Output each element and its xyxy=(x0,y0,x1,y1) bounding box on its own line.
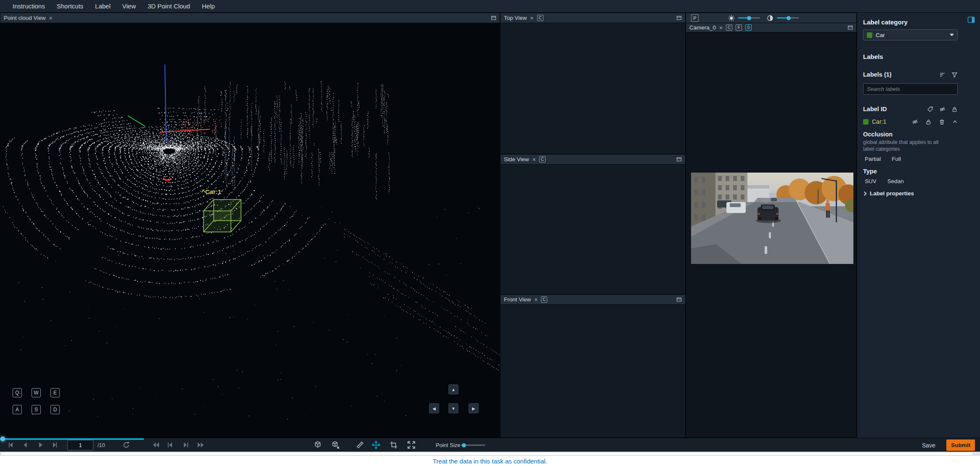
crop-icon[interactable] xyxy=(389,441,398,449)
filter-icon[interactable] xyxy=(951,72,958,78)
submit-button[interactable]: Submit xyxy=(946,439,975,451)
label-properties-label: Label properties xyxy=(870,190,914,197)
close-icon[interactable]: × xyxy=(719,25,723,31)
type-option-sedan[interactable]: Sedan xyxy=(887,178,904,184)
key-s[interactable]: S xyxy=(32,405,41,414)
contrast-slider[interactable] xyxy=(777,17,799,19)
popout-icon[interactable] xyxy=(676,157,682,162)
prev-frame-icon[interactable] xyxy=(167,442,174,448)
horizontal-scrollbar[interactable] xyxy=(0,452,980,456)
skip-to-end-icon[interactable] xyxy=(51,442,58,448)
brightness-slider[interactable] xyxy=(738,17,760,19)
c-badge[interactable]: C xyxy=(541,296,547,303)
pan-down-button[interactable]: ▼ xyxy=(448,403,458,413)
projection-toggle-button[interactable]: P xyxy=(691,14,699,22)
cuboid-tool-icon[interactable] xyxy=(314,441,322,449)
fullscreen-icon[interactable] xyxy=(407,441,416,449)
occlusion-option-partial[interactable]: Partial xyxy=(865,156,881,162)
front-view-viewport[interactable] xyxy=(501,305,685,437)
key-w[interactable]: W xyxy=(32,388,41,397)
camera-keys-hint: Q W E A S D xyxy=(13,388,60,414)
search-labels-input[interactable] xyxy=(863,83,958,95)
frame-slider-handle[interactable] xyxy=(0,437,5,441)
frame-number-input[interactable] xyxy=(67,440,93,450)
play-icon[interactable] xyxy=(37,442,44,448)
category-color-swatch xyxy=(867,32,872,38)
fast-forward-icon[interactable] xyxy=(197,442,204,448)
next-frame-icon[interactable] xyxy=(182,442,189,448)
close-icon[interactable]: × xyxy=(49,15,53,21)
fast-rewind-icon[interactable] xyxy=(152,442,160,448)
point-size-slider[interactable] xyxy=(461,445,485,446)
label-category-dropdown[interactable]: Car xyxy=(863,29,958,40)
point-size-label: Point Size xyxy=(436,442,461,448)
popout-icon[interactable] xyxy=(491,15,496,21)
f-badge[interactable]: F xyxy=(736,24,742,31)
front-view-panel: Front View × C xyxy=(500,294,686,438)
popout-icon[interactable] xyxy=(848,25,853,30)
move-tool-icon[interactable] xyxy=(372,441,380,449)
chevron-right-icon xyxy=(863,191,867,196)
top-view-panel: Top View × C xyxy=(500,13,686,154)
pan-right-button[interactable]: ▶ xyxy=(469,403,479,413)
app-root: Instructions Shortcuts Label View 3D Poi… xyxy=(0,0,980,466)
key-q[interactable]: Q xyxy=(13,388,22,397)
trash-icon[interactable] xyxy=(939,119,945,125)
label-row-car-1[interactable]: Car:1 xyxy=(863,117,958,127)
close-icon[interactable]: × xyxy=(530,15,534,21)
ruler-icon[interactable] xyxy=(356,441,364,449)
label-id-heading: Label ID xyxy=(863,106,887,112)
side-view-panel: Side View × C xyxy=(500,154,686,294)
tag-icon[interactable] xyxy=(927,106,933,112)
eye-off-icon[interactable] xyxy=(939,106,946,112)
camera-viewport xyxy=(686,32,856,437)
lock-icon[interactable] xyxy=(925,119,932,125)
camera-image[interactable] xyxy=(691,173,853,264)
c-badge[interactable]: C xyxy=(726,24,732,31)
key-e[interactable]: E xyxy=(50,388,60,397)
point-cloud-canvas[interactable] xyxy=(0,23,500,437)
menu-bar: Instructions Shortcuts Label View 3D Poi… xyxy=(0,0,980,13)
menu-item-help[interactable]: Help xyxy=(202,3,215,10)
occlusion-description: global attribute that applies to all lab… xyxy=(863,139,947,152)
sort-icon[interactable] xyxy=(939,72,946,78)
lock-icon[interactable] xyxy=(951,106,958,112)
label-category-heading: Label category xyxy=(863,19,974,26)
side-view-viewport[interactable] xyxy=(501,165,685,294)
eye-off-icon[interactable] xyxy=(912,119,918,125)
b-badge[interactable]: B xyxy=(745,24,752,31)
frame-total-label: /10 xyxy=(98,442,105,448)
menu-item-view[interactable]: View xyxy=(122,3,136,10)
confidential-banner: Treat the data in this task as confident… xyxy=(0,456,980,466)
chevron-up-icon[interactable] xyxy=(952,119,958,125)
close-icon[interactable]: × xyxy=(532,157,536,162)
menu-item-shortcuts[interactable]: Shortcuts xyxy=(57,3,83,10)
step-back-icon[interactable] xyxy=(22,442,29,448)
pan-left-button[interactable]: ◀ xyxy=(429,403,439,413)
point-cloud-viewport[interactable]: ^Car:1 Q W E A S D ▲ ◀ ▼ ▶ xyxy=(0,23,500,437)
reload-frame-icon[interactable] xyxy=(122,441,130,449)
type-option-suv[interactable]: SUV xyxy=(865,178,877,184)
collapse-panel-icon[interactable] xyxy=(967,16,975,24)
c-badge[interactable]: C xyxy=(537,15,543,21)
key-d[interactable]: D xyxy=(50,405,60,414)
top-view-viewport[interactable] xyxy=(501,23,685,154)
cuboid-fit-tool-icon[interactable] xyxy=(331,441,339,449)
key-a[interactable]: A xyxy=(13,405,22,414)
brightness-icon xyxy=(728,15,735,21)
menu-item-3d-point-cloud[interactable]: 3D Point Cloud xyxy=(148,3,190,10)
occlusion-option-full[interactable]: Full xyxy=(892,156,901,162)
menu-item-instructions[interactable]: Instructions xyxy=(13,3,45,10)
skip-to-start-icon[interactable] xyxy=(8,442,14,448)
top-view-header: Top View × C xyxy=(501,13,685,23)
menu-item-label[interactable]: Label xyxy=(95,3,111,10)
popout-icon[interactable] xyxy=(676,15,682,21)
save-button[interactable]: Save xyxy=(917,438,940,452)
label-properties-toggle[interactable]: Label properties xyxy=(863,190,974,197)
popout-icon[interactable] xyxy=(676,297,682,302)
pan-up-button[interactable]: ▲ xyxy=(448,384,458,394)
c-badge[interactable]: C xyxy=(539,156,546,162)
front-view-title: Front View xyxy=(504,296,531,303)
close-icon[interactable]: × xyxy=(534,297,538,303)
side-view-title: Side View xyxy=(504,156,529,162)
